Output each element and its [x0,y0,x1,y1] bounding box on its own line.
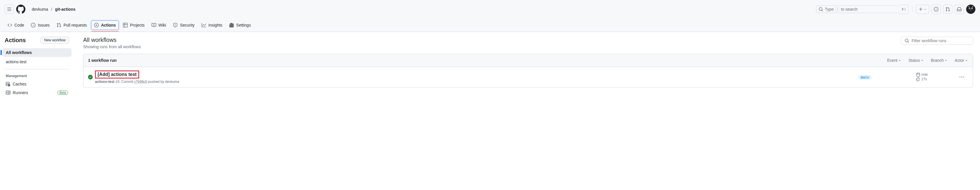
filter-branch[interactable]: Branch [931,58,948,63]
content: All workflows Showing runs from all work… [74,32,980,102]
nav-security[interactable]: Security [170,21,197,30]
nav-projects[interactable]: Projects [120,21,148,30]
highlight-annotation: [Add] actions test [95,70,139,78]
plus-icon [918,7,923,11]
graph-icon [202,23,206,27]
run-kebab-menu[interactable] [959,75,968,80]
nav-issues-label: Issues [38,23,49,27]
book-icon [151,23,156,27]
sidebar-item-label: actions-test [6,59,27,64]
filter-actor[interactable]: Actor [955,58,968,63]
run-commit-link[interactable]: c7b96c0 [134,80,147,84]
run-title[interactable]: [Add] actions test [98,72,137,77]
workflow-run-row[interactable]: [Add] actions test actions-test #3: Comm… [83,67,973,87]
page-subtitle: Showing runs from all workflows [83,45,141,49]
triangle-down-icon [924,8,927,11]
filter-workflow-runs-input[interactable] [901,37,973,45]
search-input[interactable]: Type / to search [816,5,900,13]
page-title: All workflows [83,37,141,43]
kebab-horizontal-icon [959,75,964,80]
sidebar-item-workflow[interactable]: actions-test [2,57,72,66]
cache-icon [6,82,10,86]
new-workflow-button[interactable]: New workflow [40,37,69,44]
filter-branch-label: Branch [931,58,943,63]
nav-settings-label: Settings [236,23,251,27]
run-meta: actions-test #3: Commit c7b96c0 pushed b… [95,80,858,84]
shield-icon [173,23,178,27]
hamburger-icon [7,7,11,11]
nav-settings[interactable]: Settings [226,21,254,30]
beta-badge: Beta [57,91,68,95]
triangle-down-icon [965,59,968,62]
nav-wiki[interactable]: Wiki [149,21,169,30]
nav-issues[interactable]: Issues [28,21,52,30]
run-workflow-name[interactable]: actions-test [95,80,115,84]
sidebar-item-runners[interactable]: Runners Beta [2,88,72,97]
run-meta-end: pushed by devkuma [147,80,179,84]
triangle-down-icon [898,59,902,62]
nav-security-label: Security [180,23,195,27]
table-icon [123,23,127,27]
search-icon [905,38,909,43]
github-logo-icon [16,5,25,14]
nav-wiki-label: Wiki [159,23,166,27]
inbox-button[interactable] [955,5,964,14]
nav-pull-requests-label: Pull requests [64,23,87,27]
sidebar: Actions New workflow All workflows actio… [0,32,74,102]
breadcrumb-owner[interactable]: devkuma [30,6,50,13]
github-logo-link[interactable] [16,5,25,14]
sidebar-runners-label: Runners [13,90,28,95]
calendar-icon [916,72,920,77]
git-pull-request-icon [945,7,950,11]
command-palette-button[interactable] [899,5,909,14]
server-icon [6,90,10,95]
sidebar-management-label: Management [2,72,72,80]
run-branch-badge[interactable]: main [858,75,872,80]
play-icon [94,23,99,27]
filter-status[interactable]: Status [908,58,924,63]
sidebar-title: Actions [5,37,26,44]
search-placeholder-post: to search [841,7,858,11]
filter-status-label: Status [908,58,920,63]
gear-icon [229,23,234,27]
triangle-down-icon [944,59,948,62]
search-icon [819,7,823,11]
breadcrumb: devkuma / git-actions [30,6,77,13]
nav-insights-label: Insights [208,23,222,27]
repo-nav: Code Issues Pull requests Actions Projec… [0,19,980,32]
svg-point-3 [969,8,970,9]
inbox-icon [957,7,961,11]
hamburger-menu-button[interactable] [5,5,14,14]
issues-tray-button[interactable] [931,5,941,14]
git-pull-request-icon [57,23,61,27]
issue-opened-icon [31,23,35,27]
sidebar-item-label: All workflows [6,50,32,55]
run-timestamp: now [921,72,928,77]
svg-point-5 [970,10,971,10]
code-icon [8,23,12,27]
sidebar-divider [5,69,69,69]
filter-event[interactable]: Event [887,58,902,63]
svg-rect-0 [967,5,975,13]
nav-code[interactable]: Code [5,21,27,30]
avatar-placeholder-icon [967,5,975,13]
search-kbd: / [835,7,839,11]
breadcrumb-separator: / [51,7,52,11]
breadcrumb-repo[interactable]: git-actions [53,6,77,13]
filter-actor-label: Actor [955,58,964,63]
nav-code-label: Code [14,23,24,27]
sidebar-item-caches[interactable]: Caches [2,80,72,88]
nav-projects-label: Projects [130,23,145,27]
add-button[interactable] [916,5,929,14]
nav-actions[interactable]: Actions [91,20,119,30]
nav-pull-requests[interactable]: Pull requests [54,21,90,30]
sidebar-item-all-workflows[interactable]: All workflows [2,48,72,57]
command-palette-icon [902,7,906,11]
filter-input-field[interactable] [912,38,969,43]
pull-requests-tray-button[interactable] [943,5,952,14]
nav-actions-label: Actions [101,23,116,27]
svg-point-4 [972,8,972,9]
avatar[interactable] [966,5,975,14]
nav-insights[interactable]: Insights [199,21,225,30]
triangle-down-icon [921,59,924,62]
